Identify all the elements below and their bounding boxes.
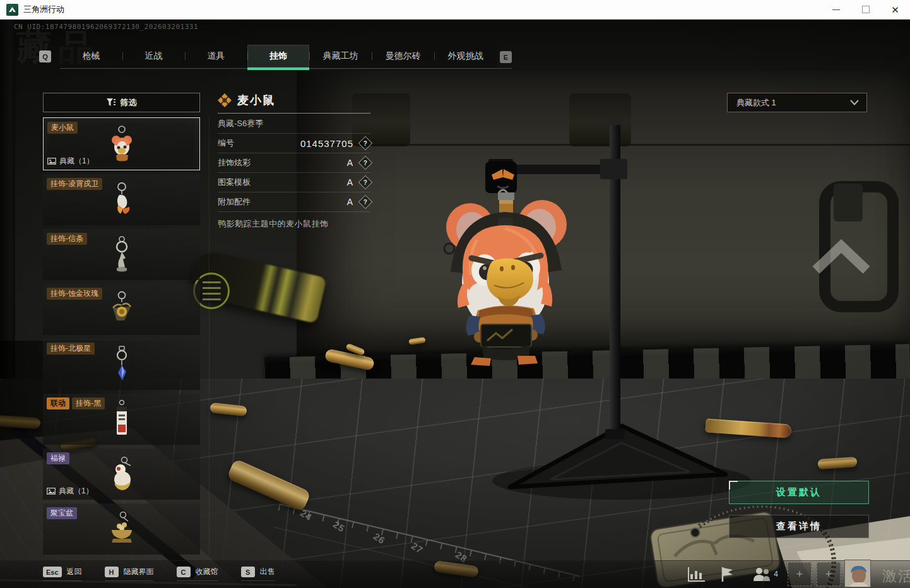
charm-list: 麦小鼠 典藏（1） 挂饰-凌霄戍卫 [43, 117, 200, 558]
help-icon[interactable]: ? [358, 156, 373, 170]
sell-shortcut[interactable]: S 出售 [241, 567, 275, 581]
charm-rarity-icon [218, 93, 232, 107]
charm-thumbnail-icon [108, 181, 136, 219]
detail-value: A [347, 158, 353, 168]
tab-props[interactable]: 道具 [185, 45, 247, 68]
sidebar-item-hei[interactable]: 联动 挂饰-黑 [43, 394, 200, 445]
tab-appearance-challenge[interactable]: 外观挑战 [434, 45, 497, 68]
detail-value: A [347, 197, 353, 207]
filter-label: 筛选 [121, 97, 137, 109]
window-title: 三角洲行动 [23, 4, 64, 15]
detail-title: 麦小鼠 [237, 93, 275, 108]
help-icon[interactable]: ? [358, 175, 373, 190]
activation-watermark: 激活 [882, 567, 910, 586]
filter-button[interactable]: 筛选 [43, 93, 200, 112]
style-dropdown[interactable]: 典藏款式 1 [727, 93, 867, 112]
detail-row-serial: 编号 014537705 ? [218, 134, 370, 153]
detail-label: 图案模板 [218, 177, 251, 188]
window-titlebar: 三角洲行动 ✕ [0, 0, 910, 20]
chevron-down-icon [850, 100, 859, 105]
bar-chart-icon [687, 566, 706, 582]
collection-image-icon [47, 488, 56, 495]
scene-case-latch [569, 93, 631, 146]
sidebar-item-jubaopen[interactable]: 聚宝盆 [43, 503, 200, 555]
item-name-badge: 福禄 [47, 452, 69, 464]
view-details-button[interactable]: 查看详情 [729, 515, 869, 538]
maximize-button[interactable] [851, 0, 880, 19]
back-shortcut[interactable]: Esc 返回 [43, 567, 82, 581]
prev-tab-key-hint: Q [39, 50, 51, 62]
filter-funnel-icon [107, 98, 115, 107]
charm-thumbnail-icon [108, 235, 136, 274]
player-uid: CN UID:187479801962069372130_20260320133… [14, 23, 198, 31]
charm-thumbnail-icon [105, 290, 138, 329]
item-name-badge: 挂饰-北极星 [47, 343, 95, 355]
esc-keycap: Esc [43, 567, 62, 577]
item-name-badge: 挂饰-凌霄戍卫 [47, 178, 102, 190]
tab-charms[interactable]: 挂饰 [247, 45, 310, 68]
collection-hall-shortcut[interactable]: C 收藏馆 [177, 567, 218, 581]
detail-value: 014537705 [300, 138, 353, 149]
empty-squad-slot[interactable]: + [817, 562, 841, 586]
detail-row-accessory: 附加配件 A ? [218, 192, 370, 212]
plus-icon: + [796, 568, 803, 581]
h-keycap: H [105, 567, 119, 577]
detail-value: A [347, 177, 353, 187]
next-tab-key-hint: E [500, 51, 512, 63]
tab-firearms[interactable]: 枪械 [60, 45, 122, 68]
avatar-portrait [845, 560, 871, 587]
sidebar-item-xintiao[interactable]: 挂饰-信条 [43, 229, 200, 280]
sidebar-item-shijin-meigui[interactable]: 挂饰-蚀金玫瑰 [43, 284, 200, 335]
player-avatar[interactable] [844, 560, 871, 587]
category-tabbar: 枪械 近战 道具 挂饰 典藏工坊 曼德尔砖 外观挑战 [60, 45, 497, 68]
set-default-button[interactable]: 设置默认 [729, 481, 869, 504]
squad-count: 4 [774, 570, 778, 579]
item-name-badge: 挂饰-蚀金玫瑰 [47, 288, 102, 300]
detail-row-pattern: 图案模板 A ? [218, 173, 370, 192]
detail-label: 附加配件 [218, 196, 251, 208]
charm-thumbnail-icon [110, 399, 133, 440]
empty-squad-slot[interactable]: + [788, 562, 812, 586]
s-keycap: S [241, 567, 255, 577]
flag-icon [718, 566, 735, 583]
charm-thumbnail-icon [105, 456, 138, 493]
item-name-badge: 挂饰-信条 [47, 233, 87, 245]
battle-pass-button[interactable] [716, 565, 737, 584]
detail-label: 编号 [218, 138, 234, 149]
collection-count: 典藏（1） [47, 486, 93, 497]
close-button[interactable]: ✕ [880, 0, 910, 19]
detail-row-colorway: 挂饰炫彩 A ? [218, 153, 370, 173]
charm-detail-panel: 麦小鼠 典藏-S6赛季 编号 014537705 ? 挂饰炫彩 A ? 图案模板… [218, 88, 370, 230]
minimize-button[interactable] [821, 0, 851, 19]
item-name-badge: 麦小鼠 [47, 122, 78, 134]
tab-melee[interactable]: 近战 [122, 45, 185, 68]
charm-thumbnail-icon [105, 124, 138, 163]
help-icon[interactable]: ? [358, 195, 373, 209]
sidebar-item-lingxiao-shuwei[interactable]: 挂饰-凌霄戍卫 [43, 174, 200, 225]
panel-divider [209, 117, 210, 555]
style-dropdown-value: 典藏款式 1 [736, 97, 776, 109]
collection-image-icon [47, 158, 56, 165]
stats-button[interactable] [685, 565, 708, 584]
shortcut-bar: Esc 返回 H 隐藏界面 C 收藏馆 S 出售 [43, 567, 275, 581]
help-icon[interactable]: ? [358, 136, 373, 151]
c-keycap: C [177, 567, 191, 577]
item-name-badge: 聚宝盆 [47, 507, 77, 519]
plus-icon: + [825, 568, 832, 581]
maximize-icon [862, 6, 870, 13]
detail-title-row: 麦小鼠 [218, 88, 370, 114]
charm-thumbnail-icon [104, 511, 139, 548]
tab-mandel-brick[interactable]: 曼德尔砖 [372, 45, 434, 68]
collection-count: 典藏（1） [47, 156, 94, 167]
tab-collection-workshop[interactable]: 典藏工坊 [309, 45, 372, 68]
sidebar-item-fulu[interactable]: 福禄 典藏（1） [43, 449, 200, 500]
charm-thumbnail-icon [109, 345, 134, 384]
minimize-icon [832, 9, 840, 10]
app-logo-icon [6, 4, 18, 16]
close-icon: ✕ [891, 5, 899, 15]
game-window: 24 25 26 27 28 [0, 0, 910, 588]
sidebar-item-mai-xiao-shu[interactable]: 麦小鼠 典藏（1） [43, 117, 200, 170]
squad-button[interactable]: 4 [748, 564, 781, 584]
hide-ui-shortcut[interactable]: H 隐藏界面 [105, 567, 154, 581]
sidebar-item-beijixing[interactable]: 挂饰-北极星 [43, 339, 200, 390]
